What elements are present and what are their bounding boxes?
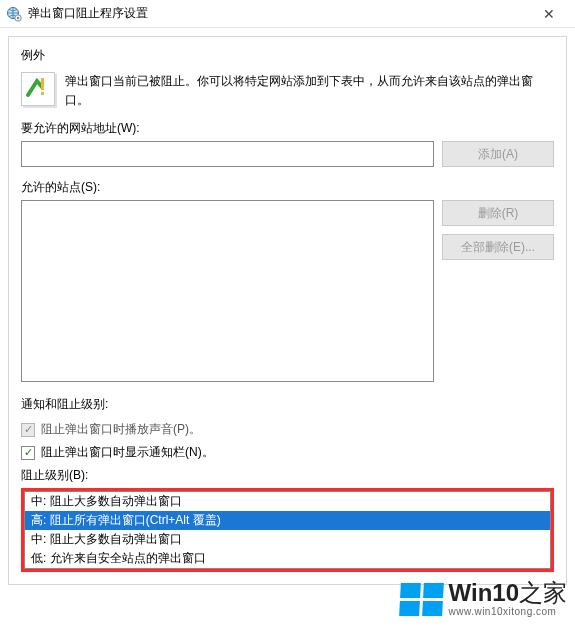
svg-point-2 bbox=[17, 16, 19, 18]
add-button[interactable]: 添加(A) bbox=[442, 141, 554, 167]
show-bar-checkbox-row[interactable]: ✓ 阻止弹出窗口时显示通知栏(N)。 bbox=[21, 444, 554, 461]
notify-label: 通知和阻止级别: bbox=[21, 396, 554, 413]
window-title: 弹出窗口阻止程序设置 bbox=[28, 5, 529, 22]
allowed-sites-list[interactable] bbox=[21, 200, 434, 382]
block-level-option[interactable]: 中: 阻止大多数自动弹出窗口 bbox=[25, 530, 550, 549]
block-level-dropdown[interactable]: 中: 阻止大多数自动弹出窗口高: 阻止所有弹出窗口(Ctrl+Alt 覆盖)中:… bbox=[24, 491, 551, 569]
block-level-option[interactable]: 高: 阻止所有弹出窗口(Ctrl+Alt 覆盖) bbox=[25, 511, 550, 530]
play-sound-checkbox[interactable]: ✓ bbox=[21, 423, 35, 437]
show-bar-label: 阻止弹出窗口时显示通知栏(N)。 bbox=[41, 444, 214, 461]
globe-settings-icon bbox=[6, 6, 22, 22]
play-sound-checkbox-row[interactable]: ✓ 阻止弹出窗口时播放声音(P)。 bbox=[21, 421, 554, 438]
block-level-label: 阻止级别(B): bbox=[21, 467, 554, 484]
block-level-option[interactable]: 中: 阻止大多数自动弹出窗口 bbox=[25, 492, 550, 511]
intro-row: 弹出窗口当前已被阻止。你可以将特定网站添加到下表中，从而允许来自该站点的弹出窗口… bbox=[21, 72, 554, 110]
play-sound-label: 阻止弹出窗口时播放声音(P)。 bbox=[41, 421, 201, 438]
close-button[interactable]: ✕ bbox=[529, 0, 569, 28]
titlebar: 弹出窗口阻止程序设置 ✕ bbox=[0, 0, 575, 28]
show-bar-checkbox[interactable]: ✓ bbox=[21, 446, 35, 460]
windows-logo-icon bbox=[399, 583, 444, 616]
popup-blocked-icon bbox=[21, 72, 55, 106]
exceptions-group: 例外 弹出窗口当前已被阻止。你可以将特定网站添加到下表中，从而允许来自该站点的弹… bbox=[8, 36, 567, 585]
address-label: 要允许的网站地址(W): bbox=[21, 120, 554, 137]
svg-rect-3 bbox=[41, 78, 44, 90]
watermark-url: www.win10xitong.com bbox=[449, 607, 567, 617]
notify-section: 通知和阻止级别: ✓ 阻止弹出窗口时播放声音(P)。 ✓ 阻止弹出窗口时显示通知… bbox=[21, 396, 554, 572]
exceptions-label: 例外 bbox=[21, 47, 554, 64]
svg-rect-4 bbox=[41, 92, 44, 95]
remove-button[interactable]: 删除(R) bbox=[442, 200, 554, 226]
allowed-sites-label: 允许的站点(S): bbox=[21, 179, 554, 196]
address-input[interactable] bbox=[21, 141, 434, 167]
watermark: Win10之家 www.win10xitong.com bbox=[400, 581, 567, 617]
remove-all-button[interactable]: 全部删除(E)... bbox=[442, 234, 554, 260]
block-level-option[interactable]: 低: 允许来自安全站点的弹出窗口 bbox=[25, 549, 550, 568]
highlight-frame: 中: 阻止大多数自动弹出窗口高: 阻止所有弹出窗口(Ctrl+Alt 覆盖)中:… bbox=[21, 488, 554, 572]
intro-text: 弹出窗口当前已被阻止。你可以将特定网站添加到下表中，从而允许来自该站点的弹出窗口… bbox=[65, 72, 554, 110]
